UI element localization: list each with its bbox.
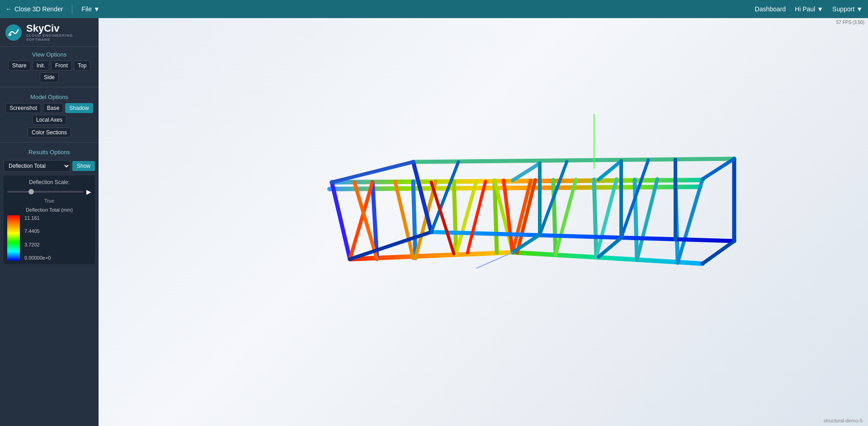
nav-left: ← Close 3D Render File ▼ [5, 5, 100, 14]
svg-line-30 [513, 163, 540, 180]
color-scale-area: 11.161 7.4405 3.7202 0.00000e+0 [7, 215, 91, 260]
deflection-scale-slider[interactable] [7, 191, 84, 193]
show-button[interactable]: Show [72, 161, 95, 171]
local-axes-button[interactable]: Local Axes [32, 115, 66, 125]
base-button[interactable]: Base [43, 103, 63, 113]
demo-label: structural-demo-5 [824, 418, 863, 423]
logo-sub: CLOUD ENGINEERING SOFTWARE [26, 33, 94, 42]
3d-structure-svg [259, 92, 757, 363]
deflection-box: Deflection Scale: ▶ True Deflection Tota… [4, 175, 95, 264]
svg-line-29 [703, 241, 734, 264]
3d-viewport[interactable]: 57 FPS (3.50) [99, 18, 868, 426]
user-label: Hi Paul [795, 5, 815, 13]
user-dropdown-icon: ▼ [817, 5, 823, 13]
min-value-label: 0.00000e+0 [24, 255, 51, 260]
results-options-title: Results Options [0, 144, 99, 158]
close-3d-render-button[interactable]: ← Close 3D Render [5, 5, 63, 13]
nav-divider [72, 5, 72, 14]
svg-line-22 [678, 179, 703, 263]
file-dropdown-icon: ▼ [94, 5, 100, 13]
svg-line-32 [599, 161, 621, 180]
init-button[interactable]: Init. [33, 61, 49, 71]
model-options-title: Model Options [0, 89, 99, 103]
results-row: Deflection Total Show [4, 160, 95, 172]
color-gradient [7, 215, 20, 260]
svg-line-6 [395, 181, 413, 258]
max-value-label: 11.161 [24, 215, 51, 221]
skyciv-logo-icon [5, 24, 23, 42]
top-button[interactable]: Top [74, 61, 90, 71]
share-button[interactable]: Share [8, 61, 31, 71]
svg-line-11 [456, 181, 476, 254]
support-dropdown-icon: ▼ [856, 5, 863, 13]
view-options-buttons: Share Init. Front Top Side [0, 61, 99, 85]
section-divider-1 [0, 87, 99, 87]
support-label: Support [832, 5, 854, 13]
model-options-buttons: Screenshot Base Shadow Local Axes [0, 103, 99, 128]
svg-line-7 [415, 181, 436, 258]
nav-right: Dashboard Hi Paul ▼ Support ▼ [755, 5, 863, 13]
logo-name: SkyCiv [26, 24, 94, 33]
svg-line-43 [467, 181, 486, 253]
close-3d-label: Close 3D Render [14, 5, 63, 13]
support-menu-button[interactable]: Support ▼ [832, 5, 863, 13]
svg-line-28 [703, 159, 734, 179]
side-button[interactable]: Side [40, 72, 59, 82]
color-labels: 11.161 7.4405 3.7202 0.00000e+0 [24, 215, 51, 260]
scale-row: ▶ [7, 188, 91, 195]
color-sections-button[interactable]: Color Sections [28, 128, 71, 137]
svg-line-8 [454, 181, 456, 254]
results-type-select[interactable]: Deflection Total [4, 160, 71, 172]
svg-line-3 [413, 181, 415, 258]
sidebar: SkyCiv CLOUD ENGINEERING SOFTWARE View O… [0, 18, 99, 426]
results-section: Deflection Total Show Deflection Scale: … [0, 158, 99, 268]
svg-line-4 [350, 182, 373, 259]
svg-line-42 [431, 182, 454, 254]
true-label: True [7, 198, 91, 204]
mid-high-value-label: 7.4405 [24, 228, 51, 234]
top-navigation: ← Close 3D Render File ▼ Dashboard Hi Pa… [0, 0, 868, 18]
svg-line-21 [637, 179, 657, 260]
logo-area: SkyCiv CLOUD ENGINEERING SOFTWARE [0, 18, 99, 47]
file-label: File [81, 5, 92, 13]
file-menu-button[interactable]: File ▼ [81, 5, 99, 13]
main-area: SkyCiv CLOUD ENGINEERING SOFTWARE View O… [0, 18, 868, 426]
view-options-title: View Options [0, 47, 99, 61]
svg-line-1 [332, 182, 350, 259]
fps-counter: 57 FPS (3.50) [836, 20, 864, 25]
arrow-left-icon: ← [5, 5, 12, 13]
deflection-unit-title: Deflection Total (mm) [7, 207, 91, 213]
user-menu-button[interactable]: Hi Paul ▼ [795, 5, 823, 13]
color-sections-row: Color Sections [0, 128, 99, 140]
deflection-scale-title: Deflection Scale: [7, 179, 91, 185]
front-button[interactable]: Front [51, 61, 72, 71]
svg-line-26 [332, 162, 413, 182]
mid-low-value-label: 3.7202 [24, 242, 51, 247]
screenshot-button[interactable]: Screenshot [5, 103, 41, 113]
svg-line-16 [594, 180, 596, 257]
dashboard-link[interactable]: Dashboard [755, 5, 786, 13]
logo-text: SkyCiv CLOUD ENGINEERING SOFTWARE [26, 24, 94, 42]
svg-line-19 [556, 180, 576, 255]
section-divider-2 [0, 142, 99, 142]
shadow-button[interactable]: Shadow [65, 103, 93, 113]
play-button[interactable]: ▶ [86, 188, 91, 195]
